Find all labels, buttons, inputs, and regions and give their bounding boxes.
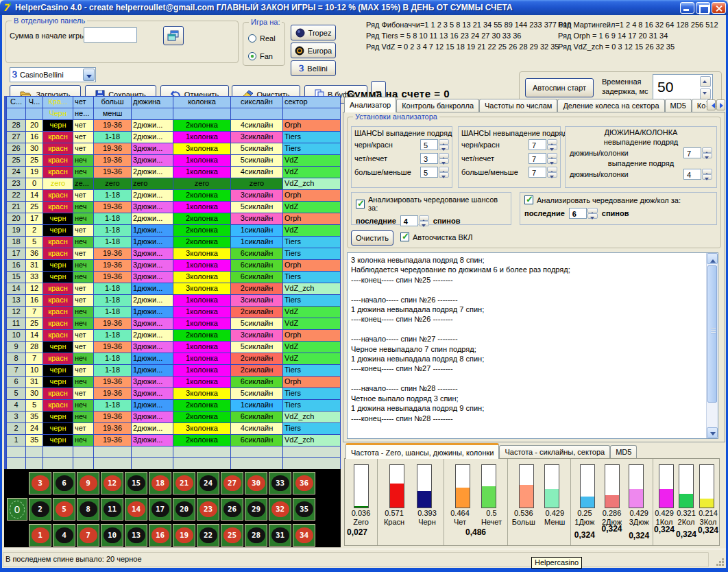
spinner-down-icon[interactable] — [547, 172, 557, 178]
dozen-hit-spinner[interactable]: 4 — [683, 169, 712, 180]
roulette-number-32[interactable]: 32 — [269, 498, 291, 521]
roulette-number-34[interactable]: 34 — [293, 524, 315, 547]
roulette-number-25[interactable]: 25 — [221, 524, 243, 547]
roulette-number-30[interactable]: 30 — [245, 472, 267, 494]
tab-main-2[interactable]: Частоты по числам — [479, 99, 557, 112]
spinner-value[interactable]: 7 — [529, 167, 546, 178]
roulette-number-21[interactable]: 21 — [173, 472, 195, 494]
roulette-number-8[interactable]: 8 — [77, 498, 99, 521]
scroll-thumb[interactable] — [707, 265, 717, 403]
radio-fan-circle[interactable] — [248, 52, 256, 60]
spinner-value[interactable]: 5 — [420, 167, 438, 178]
roulette-number-14[interactable]: 14 — [125, 498, 147, 521]
spinner-down-icon[interactable] — [702, 174, 712, 180]
tab-main-0[interactable]: Анализатор — [344, 97, 396, 112]
roulette-number-13[interactable]: 13 — [125, 524, 147, 547]
roulette-number-36[interactable]: 36 — [293, 472, 315, 494]
column-header[interactable]: сектор — [283, 97, 341, 108]
analyzer-clear-button[interactable]: Очистить — [351, 230, 393, 246]
column-header[interactable]: дюжина — [132, 97, 173, 108]
roulette-number-35[interactable]: 35 — [293, 498, 315, 521]
spinner-value[interactable]: 4 — [400, 215, 418, 226]
spinner-up-icon[interactable] — [419, 215, 429, 221]
roulette-number-23[interactable]: 23 — [197, 498, 219, 521]
spinner-value[interactable]: 5 — [420, 139, 438, 150]
analyzer-log-text[interactable]: 3 колонка невыпадала подряд 8 спин; Набл… — [348, 253, 706, 438]
roulette-number-10[interactable]: 10 — [101, 524, 123, 547]
spinner-value[interactable]: 7 — [529, 139, 546, 150]
spinner-up-icon[interactable] — [547, 139, 557, 145]
analyze-chances-checkbox[interactable] — [356, 200, 365, 208]
tab-main-5[interactable]: Ко — [692, 99, 706, 112]
autospin-start-button[interactable]: Автоспин старт — [525, 78, 594, 97]
roulette-number-28[interactable]: 28 — [245, 524, 267, 547]
minimize-button[interactable] — [680, 2, 694, 14]
spinner-down-icon[interactable] — [547, 158, 557, 164]
roulette-number-16[interactable]: 16 — [149, 524, 171, 547]
high-low-miss-spinner[interactable]: 7 — [529, 167, 557, 178]
even-odd-miss-spinner[interactable]: 7 — [529, 153, 557, 164]
spinner-value[interactable]: 4 — [683, 169, 701, 180]
spinner-down-icon[interactable] — [439, 145, 449, 150]
tab-main-4[interactable]: MD5 — [665, 99, 692, 112]
spinner-up-icon[interactable] — [702, 147, 712, 153]
maximize-button[interactable] — [696, 2, 710, 14]
roulette-number-12[interactable]: 12 — [101, 472, 123, 494]
column-header[interactable]: сикслайн — [231, 97, 283, 108]
spinner-down-icon[interactable] — [439, 158, 449, 164]
autoclear-checkbox[interactable] — [400, 233, 409, 241]
chances-spins-spinner[interactable]: 4 — [400, 215, 429, 226]
spinner-down-icon[interactable] — [702, 153, 712, 158]
tab-chart-0[interactable]: Частота - Zero, шансы, дюжины, колонки — [345, 443, 499, 459]
close-button[interactable] — [712, 2, 726, 14]
scroll-up-icon[interactable] — [707, 253, 718, 264]
analyze-dozen-checkbox[interactable] — [524, 195, 533, 204]
resize-grip[interactable] — [716, 558, 724, 566]
europa-button[interactable]: Europa — [291, 43, 336, 58]
roulette-number-31[interactable]: 31 — [269, 524, 291, 547]
roulette-number-22[interactable]: 22 — [197, 524, 219, 547]
roulette-number-5[interactable]: 5 — [53, 498, 75, 521]
scroll-down-icon[interactable] — [707, 427, 718, 438]
tab-scroll-left-icon[interactable] — [707, 99, 716, 110]
black-red-miss-spinner[interactable]: 7 — [529, 139, 557, 150]
spinner-up-icon[interactable] — [439, 167, 449, 172]
spinner-up-icon[interactable] — [439, 139, 449, 145]
column-header[interactable]: чет — [73, 97, 94, 108]
column-header[interactable]: колонка — [173, 97, 231, 108]
chevron-down-icon[interactable] — [83, 69, 95, 81]
start-sum-input[interactable] — [84, 27, 137, 43]
even-odd-hit-spinner[interactable]: 3 — [420, 153, 449, 164]
tab-main-1[interactable]: Контроль банкролла — [396, 99, 479, 112]
spinner-down-icon[interactable] — [547, 145, 557, 150]
autoclear-toggle[interactable]: Автоочистка ВКЛ — [400, 233, 472, 241]
roulette-number-18[interactable]: 18 — [149, 472, 171, 494]
roulette-number-4[interactable]: 4 — [53, 524, 75, 547]
column-header[interactable]: Кра... — [43, 97, 73, 108]
column-header[interactable]: С... — [7, 97, 26, 108]
roulette-number-15[interactable]: 15 — [125, 472, 147, 494]
roulette-number-9[interactable]: 9 — [77, 472, 99, 494]
tab-scroll-right-icon[interactable] — [716, 99, 725, 110]
spinner-value[interactable]: 7 — [683, 147, 701, 158]
tab-chart-1[interactable]: Частота - сиклайны, сектора — [499, 445, 610, 459]
spinner-up-icon[interactable] — [702, 169, 712, 174]
radio-real[interactable]: Real — [248, 34, 276, 43]
casino-select[interactable]: Ɜ CasinoBellini — [10, 67, 96, 82]
detach-panel-button[interactable] — [163, 26, 184, 45]
column-header[interactable]: Ч... — [26, 97, 43, 108]
tab-main-3[interactable]: Деление колеса на сектора — [557, 99, 664, 112]
bellini-button[interactable]: Ɜ Bellini — [291, 60, 336, 76]
roulette-number-19[interactable]: 19 — [173, 524, 195, 547]
roulette-number-33[interactable]: 33 — [269, 472, 291, 494]
roulette-number-0[interactable]: 0 — [7, 498, 27, 521]
spinner-up-icon[interactable] — [439, 153, 449, 158]
roulette-number-27[interactable]: 27 — [221, 472, 243, 494]
roulette-number-1[interactable]: 1 — [29, 524, 51, 547]
spinner-down-icon[interactable] — [439, 172, 449, 178]
roulette-number-26[interactable]: 26 — [221, 498, 243, 521]
radio-real-circle[interactable] — [248, 34, 256, 43]
spinner-up-icon[interactable] — [700, 76, 711, 87]
spinner-down-icon[interactable] — [419, 221, 429, 226]
spinner-value[interactable]: 6 — [569, 208, 587, 219]
